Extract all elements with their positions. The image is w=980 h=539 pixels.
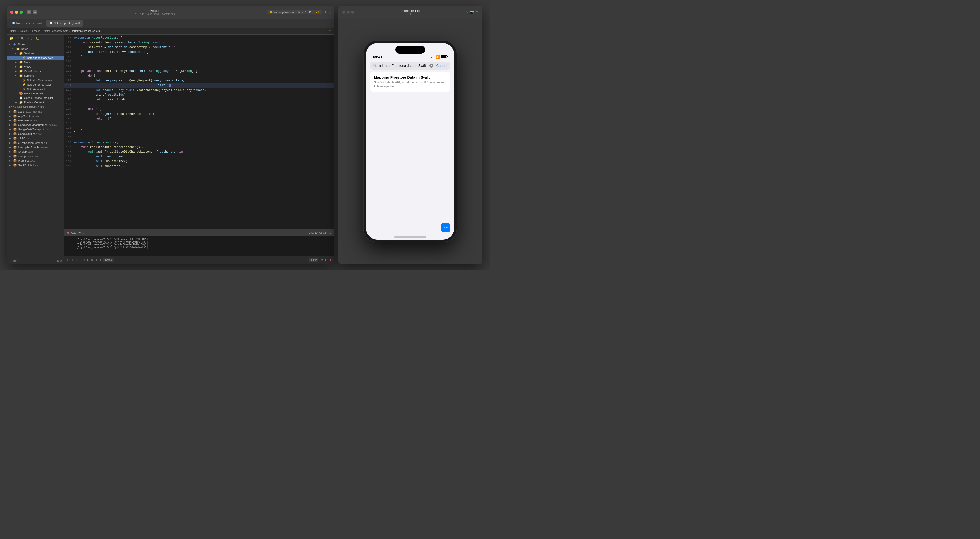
code-line-108: 108 extension NotesRepository { bbox=[64, 36, 334, 40]
clear-icon[interactable]: 🗑 bbox=[320, 258, 323, 262]
bc-file[interactable]: NotesRepository.swift bbox=[44, 30, 68, 32]
bc-func[interactable]: performQuery(searchTerm:) bbox=[72, 30, 102, 32]
add-button[interactable]: + bbox=[324, 10, 327, 15]
close-button[interactable] bbox=[10, 11, 13, 14]
sidebar: 📁 ⎇ 🔍 ⚠ ▷ 🐛 ▾ ◉ Notes ▾ 📁 bbox=[7, 35, 64, 264]
issues-icon[interactable]: ⚠ bbox=[27, 37, 29, 40]
tab-notes-list-screen[interactable]: 📄 NotesListScreen.swift bbox=[9, 19, 46, 27]
pkg-firebase[interactable]: ▶ 📦 Firebase 10.24.0 bbox=[7, 118, 64, 123]
search-input[interactable]: n I map Firestone data in Swift bbox=[379, 64, 427, 68]
pkg-leveldb[interactable]: ▶ 📦 leveldb 1.22.5 bbox=[7, 150, 64, 154]
step-into-icon[interactable]: ↓ bbox=[80, 258, 82, 262]
iphone-close-button[interactable] bbox=[342, 11, 345, 14]
search-bar[interactable]: 🔍 n I map Firestone data in Swift ✕ Canc… bbox=[370, 62, 450, 70]
tree-item-notes-group[interactable]: ▾ 📁 Notes bbox=[7, 46, 64, 51]
code-area[interactable]: 108 extension NotesRepository { 109 func… bbox=[64, 35, 334, 229]
add-filter-button[interactable]: + Filter bbox=[9, 259, 18, 262]
pkg-nanopb[interactable]: ▶ 📦 nanopb 2.30910.0 bbox=[7, 154, 64, 158]
tree-item-notes-app[interactable]: ⚡ NotesApp.swift bbox=[7, 87, 64, 91]
iphone-minimize-button[interactable] bbox=[347, 11, 350, 14]
notes-filter[interactable]: Notes bbox=[103, 258, 113, 262]
tree-item-viewmodifiers[interactable]: ▶ 📁 ViewModifiers bbox=[7, 69, 64, 73]
maximize-button[interactable] bbox=[19, 11, 23, 14]
nav-arrows: ‹ › bbox=[39, 10, 42, 14]
error-indicator-right: ● bbox=[329, 258, 331, 262]
tree-item-screens[interactable]: ▾ 📁 Screens bbox=[7, 73, 64, 78]
compose-button[interactable]: ✏ bbox=[441, 223, 450, 232]
pkg-googleappmeasurement[interactable]: ▶ 📦 GoogleAppMeasurement 10.24.0 bbox=[7, 123, 64, 127]
search-cancel-button[interactable]: Cancel bbox=[436, 64, 447, 68]
pkg-appcheck[interactable]: ▶ 📦 AppCheck 10.19.0 bbox=[7, 114, 64, 118]
tree-item-notes-root[interactable]: ▾ ◉ Notes bbox=[7, 42, 64, 46]
sort-icon[interactable]: ⊙ bbox=[60, 259, 62, 262]
console-filter-input[interactable]: Filter bbox=[309, 258, 318, 262]
eye-icon[interactable]: 👁 bbox=[78, 231, 81, 234]
run-icon[interactable]: ▶ bbox=[33, 10, 37, 14]
tree-label: NotesRepository.swift bbox=[27, 56, 53, 59]
forward-arrow-icon[interactable]: › bbox=[41, 10, 42, 14]
pkg-gtmsessionfetcher[interactable]: ▶ 📦 GTMSessionFetcher 3.4.1 bbox=[7, 140, 64, 145]
source-control-icon[interactable]: ⎇ bbox=[15, 37, 19, 40]
tree-arrow-icon: ▶ bbox=[9, 132, 12, 135]
content-area: 📁 ⎇ 🔍 ⚠ ▷ 🐛 ▾ ◉ Notes ▾ 📁 bbox=[7, 35, 334, 264]
layout-button[interactable]: ⊡ bbox=[328, 10, 331, 14]
tree-item-google-service[interactable]: 📋 GoogleService-Info.plist bbox=[7, 96, 64, 100]
screenshot-icon[interactable]: 📷 bbox=[470, 10, 474, 14]
code-line-122: 122 do { bbox=[64, 73, 334, 78]
tree-item-note-edit-screen[interactable]: ⚡ NoteEditScreen.swift bbox=[7, 82, 64, 87]
step-over-icon[interactable]: ⏭ bbox=[76, 258, 78, 262]
debug-icon[interactable]: 🐛 bbox=[35, 37, 39, 40]
pkg-interopforgoogle[interactable]: ▶ 📦 InteropForGoogle 100.0.0 bbox=[7, 145, 64, 150]
window-title: Notes bbox=[150, 9, 159, 13]
folder-icon[interactable]: 📁 bbox=[10, 37, 13, 40]
tree-item-notes-repository[interactable]: ⚡ NotesRepository.swift bbox=[7, 56, 64, 60]
search-sidebar-icon[interactable]: 🔍 bbox=[21, 37, 24, 40]
iphone-maximize-button[interactable] bbox=[351, 11, 354, 14]
code-line-138: 138 Auth.auth().addStateDidChangeListene… bbox=[64, 150, 334, 155]
home-bar bbox=[366, 234, 454, 239]
tree-label: NoteEditScreen.swift bbox=[27, 83, 52, 86]
search-clear-button[interactable]: ✕ bbox=[429, 64, 433, 68]
tree-item-views[interactable]: ▶ 📁 Views bbox=[7, 64, 64, 69]
console-filter-icon[interactable]: ⊡ bbox=[305, 258, 307, 262]
continue-icon[interactable]: ▶ bbox=[87, 258, 89, 262]
bc-sep1: › bbox=[18, 30, 19, 32]
split-view-icon[interactable]: ⊞ bbox=[325, 258, 328, 262]
pkg-abseil[interactable]: ▶ 📦 abseil 1.2024011601.1 bbox=[7, 109, 64, 114]
pkg-googleutilities[interactable]: ▶ 📦 GoogleUtilities 7.13.1 bbox=[7, 132, 64, 136]
filter-control-icon[interactable]: ⊡ bbox=[57, 259, 59, 262]
step-out-icon[interactable]: ↑ bbox=[84, 258, 85, 262]
result-chevron-icon: › bbox=[445, 74, 446, 78]
bc-services[interactable]: Services bbox=[30, 30, 40, 32]
bc-notes2[interactable]: Notes bbox=[20, 30, 27, 32]
tree-item-model[interactable]: ▶ 📁 Model bbox=[7, 60, 64, 64]
options-icon[interactable]: ≡ bbox=[476, 10, 478, 14]
info-icon[interactable]: ℹ bbox=[83, 231, 84, 234]
tree-item-assets[interactable]: 🎨 Assets.xcassets bbox=[7, 91, 64, 96]
bc-notes1[interactable]: Notes bbox=[10, 30, 17, 32]
wifi-icon: 📶 bbox=[436, 54, 440, 59]
tab-notes-repository[interactable]: 📄 NotesRepository.swift bbox=[46, 19, 83, 27]
thread-icon[interactable]: ≡ bbox=[100, 258, 101, 262]
editor-layout-icon[interactable]: ⊡ bbox=[329, 231, 331, 234]
tree-label: GoogleUtilities 7.13.1 bbox=[18, 132, 43, 136]
back-arrow-icon[interactable]: ‹ bbox=[39, 10, 40, 14]
pkg-googledatatransport[interactable]: ▶ 📦 GoogleDataTransport 9.4.0 bbox=[7, 127, 64, 132]
minimize-button[interactable] bbox=[15, 11, 18, 14]
pkg-icon: 📦 bbox=[13, 145, 17, 149]
tab-bar: 📄 NotesListScreen.swift 📄 NotesRepositor… bbox=[7, 19, 334, 28]
pkg-swiftprotobuf[interactable]: ▶ 📦 SwiftProtobuf 1.26.0 bbox=[7, 163, 64, 167]
pkg-promises[interactable]: ▶ 📦 Promises 2.4.0 bbox=[7, 158, 64, 163]
breakpoint-icon[interactable]: ⊕ bbox=[95, 258, 98, 262]
pkg-grpc[interactable]: ▶ 📦 gRPC 1.62.2 bbox=[7, 136, 64, 140]
sidebar-toggle-icon[interactable]: ⊞ bbox=[27, 10, 31, 14]
pause-icon[interactable]: ⏸ bbox=[71, 258, 73, 262]
home-screen-icon[interactable]: ⌂ bbox=[466, 10, 468, 14]
tree-item-services[interactable]: ▾ 📁 Services bbox=[7, 51, 64, 56]
tree-arrow-icon: ▶ bbox=[9, 115, 12, 117]
test-icon[interactable]: ▷ bbox=[31, 37, 33, 40]
search-result-card[interactable]: › Mapping Firestore Data in Swift Swift'… bbox=[370, 72, 450, 92]
tree-item-preview-content[interactable]: ▶ 📁 Preview Content bbox=[7, 100, 64, 105]
tree-item-notes-list-screen[interactable]: ⚡ NotesListScreen.swift bbox=[7, 78, 64, 82]
options-icon[interactable]: ⚙ bbox=[91, 258, 94, 262]
